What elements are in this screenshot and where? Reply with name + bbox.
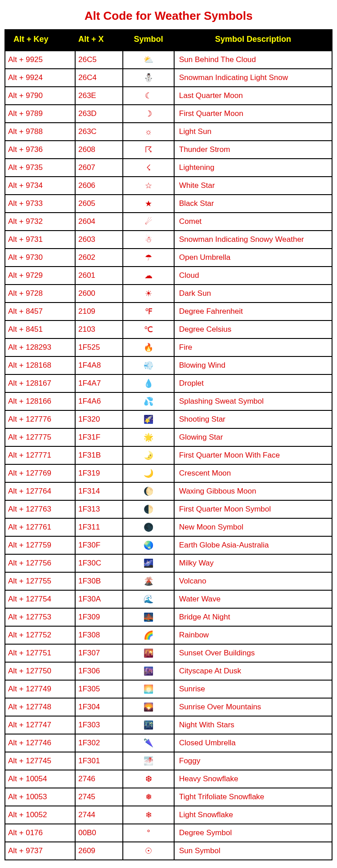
cell-symbol: ☇ xyxy=(123,159,174,177)
cell-symbol: ❅ xyxy=(123,788,174,806)
cell-alt-key: Alt + 127754 xyxy=(5,590,75,608)
cell-alt-key: Alt + 127749 xyxy=(5,680,75,698)
cell-desc: Droplet xyxy=(174,374,332,392)
cell-alt-key: Alt + 9729 xyxy=(5,267,75,285)
cell-alt-x: 00B0 xyxy=(75,824,123,842)
cell-desc: Sunrise xyxy=(174,680,332,698)
cell-alt-x: 1F314 xyxy=(75,482,123,500)
cell-alt-x: 2603 xyxy=(75,231,123,249)
cell-symbol: ℃ xyxy=(123,320,174,338)
cell-desc: Sun Behind The Cloud xyxy=(174,51,332,69)
table-row: Alt + 1277691F319🌙Crescent Moon xyxy=(5,464,332,482)
cell-alt-key: Alt + 127751 xyxy=(5,644,75,662)
table-row: Alt + 97292601☁Cloud xyxy=(5,267,332,285)
table-row: Alt + 97372609☉Sun Symbol xyxy=(5,842,332,860)
cell-alt-x: 1F307 xyxy=(75,644,123,662)
cell-alt-key: Alt + 9735 xyxy=(5,159,75,177)
table-row: Alt + 97322604☄Comet xyxy=(5,213,332,231)
cell-alt-x: 1F31F xyxy=(75,428,123,446)
cell-desc: Sun Symbol xyxy=(174,842,332,860)
cell-symbol: 💦 xyxy=(123,392,174,410)
cell-alt-key: Alt + 127756 xyxy=(5,554,75,572)
cell-alt-key: Alt + 128166 xyxy=(5,392,75,410)
cell-desc: Sunset Over Buildings xyxy=(174,644,332,662)
cell-symbol: 🌄 xyxy=(123,698,174,716)
table-row: Alt + 97282600☀Dark Sun xyxy=(5,285,332,303)
cell-alt-key: Alt + 127775 xyxy=(5,428,75,446)
page-title: Alt Code for Weather Symbols xyxy=(4,9,333,23)
cell-alt-key: Alt + 128167 xyxy=(5,374,75,392)
cell-alt-x: 2606 xyxy=(75,177,123,195)
table-row: Alt + 9790263E☾Last Quarter Moon xyxy=(5,87,332,105)
cell-alt-key: Alt + 128168 xyxy=(5,356,75,374)
table-row: Alt + 84572109℉Degree Fahrenheit xyxy=(5,303,332,320)
table-row: Alt + 97312603☃Snowman Indicating Snowy … xyxy=(5,231,332,249)
cell-symbol: ☀ xyxy=(123,285,174,303)
cell-alt-x: 1F4A8 xyxy=(75,356,123,374)
cell-alt-key: Alt + 127747 xyxy=(5,716,75,734)
cell-symbol: 🌈 xyxy=(123,626,174,644)
table-row: Alt + 1277611F311🌑New Moon Symbol xyxy=(5,518,332,536)
table-row: Alt + 1277711F31B🌛First Quarter Moon Wit… xyxy=(5,446,332,464)
cell-alt-key: Alt + 127750 xyxy=(5,662,75,680)
table-row: Alt + 1277541F30A🌊Water Wave xyxy=(5,590,332,608)
table-row: Alt + 1282931F525🔥Fire xyxy=(5,338,332,356)
cell-symbol: 🌑 xyxy=(123,518,174,536)
cell-desc: Snowman Indicating Snowy Weather xyxy=(174,231,332,249)
cell-desc: First Quarter Moon xyxy=(174,105,332,123)
cell-alt-key: Alt + 10052 xyxy=(5,806,75,824)
cell-symbol: ☾ xyxy=(123,87,174,105)
cell-alt-key: Alt + 9788 xyxy=(5,123,75,141)
table-row: Alt + 9788263C☼Light Sun xyxy=(5,123,332,141)
cell-alt-key: Alt + 10053 xyxy=(5,788,75,806)
cell-desc: First Quarter Moon Symbol xyxy=(174,500,332,518)
cell-alt-key: Alt + 128293 xyxy=(5,338,75,356)
table-row: Alt + 1277751F31F🌟Glowing Star xyxy=(5,428,332,446)
cell-desc: Degree Fahrenheit xyxy=(174,303,332,320)
cell-alt-key: Alt + 127769 xyxy=(5,464,75,482)
cell-symbol: ☁ xyxy=(123,267,174,285)
table-row: Alt + 1277551F30B🌋Volcano xyxy=(5,572,332,590)
cell-alt-key: Alt + 9790 xyxy=(5,87,75,105)
cell-desc: Lightening xyxy=(174,159,332,177)
cell-symbol: 💨 xyxy=(123,356,174,374)
cell-alt-key: Alt + 9733 xyxy=(5,195,75,213)
cell-alt-key: Alt + 9730 xyxy=(5,249,75,267)
cell-alt-key: Alt + 9734 xyxy=(5,177,75,195)
cell-desc: Shooting Star xyxy=(174,410,332,428)
cell-desc: Thunder Strom xyxy=(174,141,332,159)
cell-alt-x: 1F305 xyxy=(75,680,123,698)
table-row: Alt + 97342606☆White Star xyxy=(5,177,332,195)
alt-code-table: Alt + Key Alt + X Symbol Symbol Descript… xyxy=(4,29,333,860)
table-header-row: Alt + Key Alt + X Symbol Symbol Descript… xyxy=(5,30,332,51)
cell-desc: White Star xyxy=(174,177,332,195)
cell-symbol: ° xyxy=(123,824,174,842)
cell-alt-key: Alt + 10054 xyxy=(5,770,75,788)
cell-alt-key: Alt + 127753 xyxy=(5,608,75,626)
cell-desc: Heavy Snowflake xyxy=(174,770,332,788)
cell-symbol: ☈ xyxy=(123,141,174,159)
cell-desc: Milky Way xyxy=(174,554,332,572)
cell-alt-x: 1F303 xyxy=(75,716,123,734)
cell-symbol: ★ xyxy=(123,195,174,213)
cell-alt-x: 1F31B xyxy=(75,446,123,464)
cell-alt-x: 2608 xyxy=(75,141,123,159)
cell-alt-x: 1F30B xyxy=(75,572,123,590)
cell-alt-x: 2601 xyxy=(75,267,123,285)
table-row: Alt + 1277761F320🌠Shooting Star xyxy=(5,410,332,428)
cell-alt-key: Alt + 127755 xyxy=(5,572,75,590)
cell-desc: Night With Stars xyxy=(174,716,332,734)
table-row: Alt + 1277501F306🌆Cityscape At Dusk xyxy=(5,662,332,680)
cell-symbol: 🌏 xyxy=(123,536,174,554)
table-row: Alt + 1277561F30C🌌Milky Way xyxy=(5,554,332,572)
cell-alt-key: Alt + 9728 xyxy=(5,285,75,303)
cell-symbol: ☂ xyxy=(123,249,174,267)
cell-desc: Comet xyxy=(174,213,332,231)
cell-desc: Cityscape At Dusk xyxy=(174,662,332,680)
cell-symbol: 🌌 xyxy=(123,554,174,572)
cell-alt-x: 1F30F xyxy=(75,536,123,554)
cell-desc: Volcano xyxy=(174,572,332,590)
cell-symbol: 🌁 xyxy=(123,752,174,770)
cell-symbol: 💧 xyxy=(123,374,174,392)
cell-desc: Dark Sun xyxy=(174,285,332,303)
